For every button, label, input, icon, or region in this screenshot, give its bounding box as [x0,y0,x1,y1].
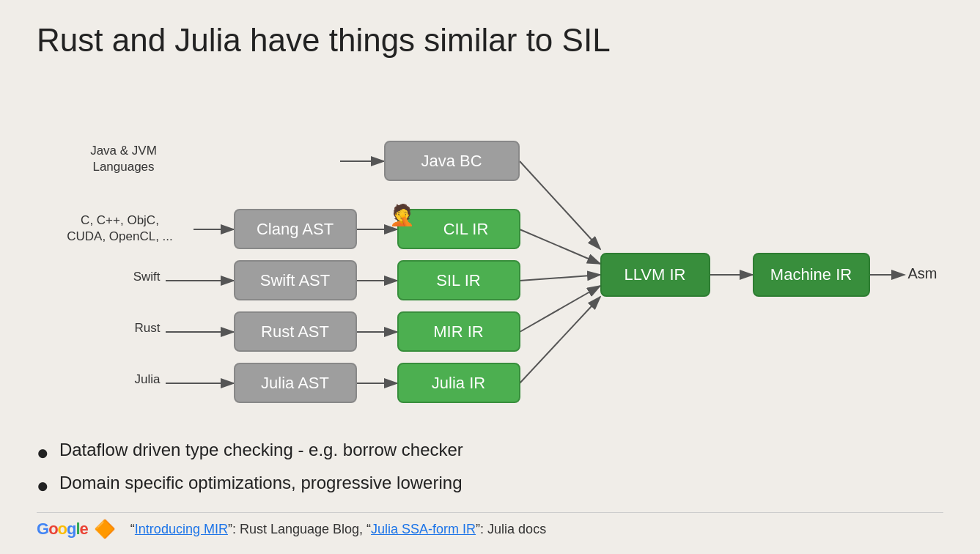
footer: Google 🔶 “Introducing MIR”: Rust Languag… [37,512,943,539]
asm-label: Asm [908,265,952,282]
facepalm-emoji: 🤦 [389,203,415,227]
slide: Rust and Julia have things similar to SI… [0,0,980,554]
footer-text: “Introducing MIR”: Rust Language Blog, “… [130,522,546,537]
google-logo: Google [37,520,88,539]
bullet-dot-2: ● [37,473,49,499]
cil-ir-box: CIL IR [397,209,520,249]
svg-line-10 [520,161,600,249]
julia-ast-box: Julia AST [234,363,357,403]
footer-logos: Google 🔶 [37,519,116,539]
sil-ir-box: SIL IR [397,260,520,300]
java-bc-box: Java BC [384,141,520,181]
diagram-area: Java & JVMLanguages C, C++, ObjC,CUDA, O… [37,73,943,432]
swift-label: Swift [109,270,161,284]
slide-title: Rust and Julia have things similar to SI… [37,22,943,59]
bullet-section: ● Dataflow driven type checking - e.g. b… [37,440,943,512]
clang-ast-box: Clang AST [234,209,357,249]
tensorflow-logo: 🔶 [94,519,116,539]
bullet-item-1: ● Dataflow driven type checking - e.g. b… [37,440,943,466]
mir-ir-box: MIR IR [397,311,520,352]
rust-ast-box: Rust AST [234,311,357,352]
bullet-dot-1: ● [37,440,49,466]
bullet-item-2: ● Domain specific optimizations, progres… [37,473,943,499]
diagram-container: Java & JVMLanguages C, C++, ObjC,CUDA, O… [51,121,930,385]
julia-ir-box: Julia IR [397,363,520,403]
c-langs-label: C, C++, ObjC,CUDA, OpenCL, ... [51,213,190,245]
svg-line-12 [520,275,600,281]
machine-ir-box: Machine IR [753,253,870,297]
julia-label: Julia [109,372,161,387]
llvm-ir-box: LLVM IR [600,253,710,297]
java-jvm-label: Java & JVMLanguages [51,143,197,175]
rust-label: Rust [109,321,161,336]
introducing-mir-link[interactable]: Introducing MIR [135,522,228,536]
swift-ast-box: Swift AST [234,260,357,300]
svg-line-14 [520,297,600,383]
svg-line-11 [520,229,600,264]
julia-ssa-link[interactable]: Julia SSA-form IR [371,522,476,536]
